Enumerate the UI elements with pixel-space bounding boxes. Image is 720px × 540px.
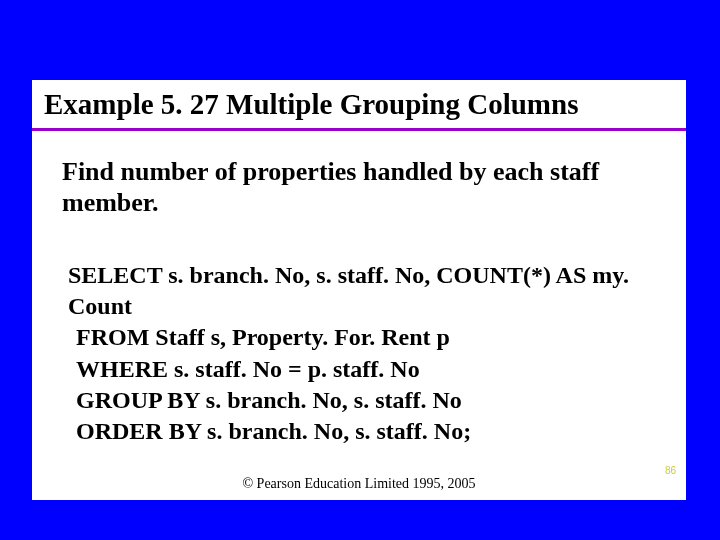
slide-content: Example 5. 27 Multiple Grouping Columns … <box>32 80 686 500</box>
page-number: 86 <box>665 465 676 476</box>
slide-title: Example 5. 27 Multiple Grouping Columns <box>44 88 578 121</box>
sql-line-from: FROM Staff s, Property. For. Rent p <box>68 322 686 353</box>
sql-block: SELECT s. branch. No, s. staff. No, COUN… <box>68 260 686 447</box>
sql-line-orderby: ORDER BY s. branch. No, s. staff. No; <box>68 416 686 447</box>
sql-line-select: SELECT s. branch. No, s. staff. No, COUN… <box>68 260 686 322</box>
sql-line-groupby: GROUP BY s. branch. No, s. staff. No <box>68 385 686 416</box>
copyright-footer: © Pearson Education Limited 1995, 2005 <box>32 476 686 492</box>
title-underline <box>32 128 686 131</box>
sql-line-where: WHERE s. staff. No = p. staff. No <box>68 354 686 385</box>
slide-description: Find number of properties handled by eac… <box>62 156 662 218</box>
